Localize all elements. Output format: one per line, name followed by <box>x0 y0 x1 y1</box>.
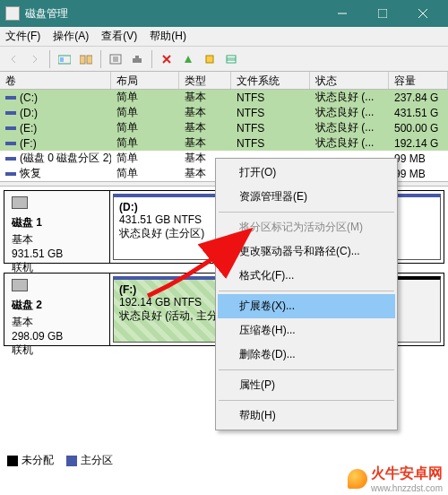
action1-icon[interactable] <box>178 49 198 69</box>
disk1-info: 磁盘 1 基本 931.51 GB 联机 <box>4 191 110 263</box>
disk-icon <box>12 196 28 209</box>
col-layout[interactable]: 布局 <box>111 72 179 89</box>
svg-rect-7 <box>135 56 139 58</box>
ctx-format[interactable]: 格式化(F)... <box>218 264 395 288</box>
brand-name: 火牛安卓网 <box>371 465 443 483</box>
disk2-size: 298.09 GB <box>12 330 102 343</box>
svg-rect-6 <box>133 58 142 63</box>
ctx-shrink-volume[interactable]: 压缩卷(H)... <box>218 318 395 343</box>
view2-icon[interactable] <box>76 49 96 69</box>
svg-rect-8 <box>206 56 213 63</box>
disk2-kind: 基本 <box>12 315 102 330</box>
menu-view[interactable]: 查看(V) <box>101 29 137 44</box>
window-title: 磁盘管理 <box>25 6 322 22</box>
disk1-kind: 基本 <box>12 232 102 248</box>
table-row[interactable]: (E:)简单基本NTFS状态良好 (...500.00 G <box>0 120 448 135</box>
close-button[interactable] <box>402 0 443 27</box>
menu-help[interactable]: 帮助(H) <box>150 29 186 44</box>
toolbar <box>0 47 448 72</box>
disk2-info: 磁盘 2 基本 298.09 GB 联机 <box>4 274 110 345</box>
svg-rect-9 <box>227 56 236 63</box>
ctx-properties[interactable]: 属性(P) <box>218 373 395 397</box>
disk2-title: 磁盘 2 <box>12 298 102 313</box>
ctx-help[interactable]: 帮助(H) <box>218 404 395 428</box>
table-row[interactable]: (C:)简单基本NTFS状态良好 (...237.84 G <box>0 90 448 105</box>
col-volume[interactable]: 卷 <box>0 72 111 89</box>
disk1-size: 931.51 GB <box>12 248 102 260</box>
disk-icon <box>12 279 28 291</box>
disk2-state: 联机 <box>12 343 102 358</box>
col-type[interactable]: 类型 <box>179 72 231 89</box>
svg-rect-4 <box>87 56 92 64</box>
minimize-button[interactable] <box>322 0 362 27</box>
ctx-explorer[interactable]: 资源管理器(E) <box>218 185 395 209</box>
nav-fwd-icon <box>25 49 45 69</box>
context-menu: 打开(O) 资源管理器(E) 将分区标记为活动分区(M) 更改驱动器号和路径(C… <box>215 158 398 430</box>
menu-file[interactable]: 文件(F) <box>5 29 40 44</box>
titlebar: 磁盘管理 <box>0 0 448 27</box>
watermark: 火牛安卓网 www.hnzzdst.com <box>348 465 443 493</box>
nav-back-icon <box>4 49 23 69</box>
col-fs[interactable]: 文件系统 <box>231 72 310 89</box>
ctx-change-drive[interactable]: 更改驱动器号和路径(C)... <box>218 239 395 264</box>
disk1-title: 磁盘 1 <box>12 215 102 230</box>
delete-icon[interactable] <box>157 49 177 69</box>
brand-logo-icon <box>348 469 367 489</box>
volume-list-header: 卷 布局 类型 文件系统 状态 容量 <box>0 72 448 90</box>
svg-rect-2 <box>60 57 64 62</box>
brand-url: www.hnzzdst.com <box>371 483 443 493</box>
col-status[interactable]: 状态 <box>310 72 389 89</box>
menu-action[interactable]: 操作(A) <box>53 29 89 44</box>
ctx-mark-active: 将分区标记为活动分区(M) <box>218 215 395 239</box>
refresh-icon[interactable] <box>106 49 125 69</box>
table-row[interactable]: (F:)简单基本NTFS状态良好 (...192.14 G <box>0 135 448 151</box>
ctx-delete-volume[interactable]: 删除卷(D)... <box>218 343 395 367</box>
properties-icon[interactable] <box>200 49 220 69</box>
ctx-extend-volume[interactable]: 扩展卷(X)... <box>218 294 395 318</box>
col-capacity[interactable]: 容量 <box>389 72 448 89</box>
svg-rect-0 <box>378 9 387 18</box>
app-icon <box>5 6 20 21</box>
ctx-open[interactable]: 打开(O) <box>218 161 395 185</box>
legend-unalloc-swatch <box>7 456 18 466</box>
menubar: 文件(F) 操作(A) 查看(V) 帮助(H) <box>0 27 448 47</box>
legend-primary-swatch <box>66 456 77 466</box>
view-icon[interactable] <box>55 49 74 69</box>
settings-icon[interactable] <box>127 49 147 69</box>
table-row[interactable]: (D:)简单基本NTFS状态良好 (...431.51 G <box>0 105 448 120</box>
svg-rect-3 <box>80 56 85 64</box>
maximize-button[interactable] <box>362 0 402 27</box>
legend: 未分配 主分区 <box>7 453 113 468</box>
list-icon[interactable] <box>221 49 241 69</box>
